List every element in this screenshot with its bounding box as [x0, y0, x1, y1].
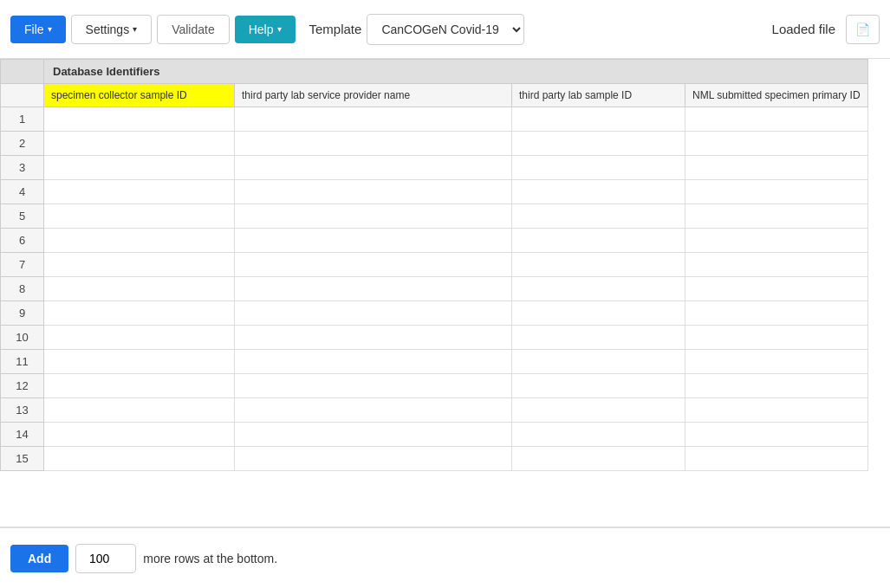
cell-col-specimen[interactable] — [44, 107, 235, 132]
cell-col-nml[interactable] — [685, 447, 868, 471]
help-button[interactable]: Help ▾ — [235, 16, 296, 43]
cell-col-specimen[interactable] — [44, 229, 235, 253]
toolbar: File ▾ Settings ▾ Validate Help ▾ Templa… — [0, 0, 890, 59]
cell-col-specimen[interactable] — [44, 301, 235, 326]
cell-col-third-party-id[interactable] — [512, 350, 685, 374]
cell-col-specimen[interactable] — [44, 447, 235, 471]
cell-col-nml[interactable] — [685, 156, 868, 180]
cell-col-third-party-id[interactable] — [512, 423, 685, 447]
col-header-third-party-name: third party lab service provider name — [235, 84, 512, 107]
template-dropdown[interactable]: CanCOGeN Covid-19 — [367, 14, 524, 45]
more-rows-label: more rows at the bottom. — [143, 552, 277, 565]
row-number: 10 — [1, 326, 44, 350]
table-row: 15 — [1, 447, 868, 471]
validate-label: Validate — [172, 23, 215, 36]
cell-col-specimen[interactable] — [44, 204, 235, 229]
cell-col-specimen[interactable] — [44, 253, 235, 277]
cell-col-specimen[interactable] — [44, 423, 235, 447]
cell-col-third-party-id[interactable] — [512, 398, 685, 423]
table-row: 10 — [1, 326, 868, 350]
cell-col-third-party-name[interactable] — [235, 253, 512, 277]
cell-col-third-party-name[interactable] — [235, 423, 512, 447]
cell-col-nml[interactable] — [685, 253, 868, 277]
cell-col-third-party-id[interactable] — [512, 374, 685, 398]
cell-col-third-party-id[interactable] — [512, 204, 685, 229]
cell-col-third-party-id[interactable] — [512, 132, 685, 156]
cell-col-specimen[interactable] — [44, 374, 235, 398]
cell-col-specimen[interactable] — [44, 156, 235, 180]
cell-col-third-party-name[interactable] — [235, 398, 512, 423]
row-number: 14 — [1, 423, 44, 447]
validate-button[interactable]: Validate — [157, 15, 230, 44]
cell-col-nml[interactable] — [685, 132, 868, 156]
cell-col-third-party-name[interactable] — [235, 156, 512, 180]
group-header-row: Database Identifiers — [1, 60, 868, 84]
cell-col-third-party-id[interactable] — [512, 253, 685, 277]
settings-button[interactable]: Settings ▾ — [71, 15, 153, 44]
cell-col-nml[interactable] — [685, 204, 868, 229]
cell-col-third-party-name[interactable] — [235, 132, 512, 156]
cell-col-specimen[interactable] — [44, 398, 235, 423]
row-number: 15 — [1, 447, 44, 471]
rows-count-input[interactable] — [75, 544, 136, 573]
row-number: 5 — [1, 204, 44, 229]
cell-col-nml[interactable] — [685, 423, 868, 447]
cell-col-third-party-name[interactable] — [235, 447, 512, 471]
col-header-specimen: specimen collector sample ID — [44, 84, 235, 107]
cell-col-specimen[interactable] — [44, 350, 235, 374]
spreadsheet-table: Database Identifiers specimen collector … — [0, 59, 868, 471]
table-row: 8 — [1, 277, 868, 301]
table-row: 4 — [1, 180, 868, 204]
spreadsheet-container[interactable]: Database Identifiers specimen collector … — [0, 59, 890, 527]
spreadsheet-body: 123456789101112131415 — [1, 107, 868, 471]
cell-col-third-party-id[interactable] — [512, 277, 685, 301]
cell-col-nml[interactable] — [685, 107, 868, 132]
cell-col-nml[interactable] — [685, 326, 868, 350]
row-num-group-header — [1, 60, 44, 84]
cell-col-third-party-name[interactable] — [235, 180, 512, 204]
cell-col-third-party-name[interactable] — [235, 204, 512, 229]
cell-col-specimen[interactable] — [44, 132, 235, 156]
cell-col-nml[interactable] — [685, 180, 868, 204]
help-label: Help — [249, 23, 274, 36]
col-header-third-party-id: third party lab sample ID — [512, 84, 685, 107]
cell-col-third-party-name[interactable] — [235, 301, 512, 326]
cell-col-third-party-id[interactable] — [512, 180, 685, 204]
cell-col-nml[interactable] — [685, 229, 868, 253]
cell-col-third-party-name[interactable] — [235, 350, 512, 374]
cell-col-third-party-name[interactable] — [235, 374, 512, 398]
table-row: 6 — [1, 229, 868, 253]
add-rows-button[interactable]: Add — [10, 545, 68, 572]
row-number: 7 — [1, 253, 44, 277]
cell-col-third-party-name[interactable] — [235, 107, 512, 132]
cell-col-third-party-id[interactable] — [512, 326, 685, 350]
file-button[interactable]: File ▾ — [10, 16, 66, 43]
cell-col-third-party-name[interactable] — [235, 229, 512, 253]
settings-caret-icon: ▾ — [133, 24, 137, 34]
row-number: 13 — [1, 398, 44, 423]
cell-col-third-party-name[interactable] — [235, 326, 512, 350]
table-row: 13 — [1, 398, 868, 423]
cell-col-nml[interactable] — [685, 398, 868, 423]
cell-col-specimen[interactable] — [44, 326, 235, 350]
cell-col-third-party-name[interactable] — [235, 277, 512, 301]
row-number: 4 — [1, 180, 44, 204]
bottom-bar: Add more rows at the bottom. — [0, 527, 890, 588]
cell-col-third-party-id[interactable] — [512, 447, 685, 471]
cell-col-third-party-id[interactable] — [512, 229, 685, 253]
cell-col-third-party-id[interactable] — [512, 156, 685, 180]
cell-col-third-party-id[interactable] — [512, 301, 685, 326]
cell-col-nml[interactable] — [685, 374, 868, 398]
row-number: 9 — [1, 301, 44, 326]
cell-col-nml[interactable] — [685, 277, 868, 301]
cell-col-specimen[interactable] — [44, 180, 235, 204]
cell-col-third-party-id[interactable] — [512, 107, 685, 132]
cell-col-specimen[interactable] — [44, 277, 235, 301]
cell-col-nml[interactable] — [685, 301, 868, 326]
template-label: Template — [309, 22, 362, 36]
loaded-file-button[interactable]: 📄 — [846, 15, 880, 44]
cell-col-nml[interactable] — [685, 350, 868, 374]
settings-label: Settings — [86, 23, 130, 36]
table-row: 14 — [1, 423, 868, 447]
table-row: 7 — [1, 253, 868, 277]
